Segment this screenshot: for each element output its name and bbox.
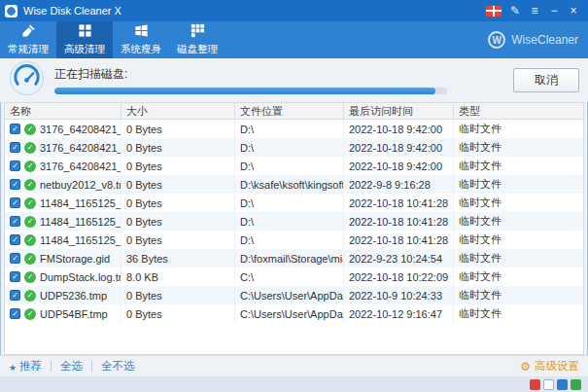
- advanced-settings-button[interactable]: 高级设置: [520, 359, 579, 374]
- name-cell: 3176_64208421_MVM_4.t...: [5, 138, 121, 157]
- row-checkbox[interactable]: [10, 124, 20, 134]
- file-type: 临时文件: [454, 286, 583, 304]
- recommend-icon: [9, 361, 17, 373]
- file-size: 36 Bytes: [121, 249, 235, 267]
- menu-icon[interactable]: ≡: [525, 0, 544, 21]
- row-checkbox[interactable]: [10, 271, 20, 282]
- status-check-icon: [24, 253, 36, 265]
- gear-icon: [520, 360, 531, 374]
- file-size: 0 Bytes: [121, 138, 235, 157]
- table-row[interactable]: UDP5236.tmp 0 Bytes C:\Users\User\AppDat…: [5, 286, 583, 304]
- scan-panel: 正在扫描磁盘: 取消: [0, 58, 588, 102]
- row-checkbox[interactable]: [10, 160, 20, 171]
- row-checkbox[interactable]: [10, 308, 20, 319]
- column-header-location[interactable]: 文件位置: [235, 103, 344, 119]
- name-cell: 11484_1165125_MVM_4.t...: [5, 212, 121, 231]
- titlebar: Wise Disk Cleaner X ✎ ≡ − ×: [0, 0, 588, 21]
- file-size: 0 Bytes: [121, 120, 235, 138]
- file-name: 3176_64208421_MVM_3.t...: [40, 124, 121, 135]
- table-row[interactable]: 3176_64208421_MVM_6.t... 0 Bytes D:\ 202…: [5, 157, 583, 175]
- table-body: 3176_64208421_MVM_3.t... 0 Bytes D:\ 202…: [5, 120, 583, 354]
- file-location: C:\: [235, 267, 344, 286]
- scan-progress-bar: [54, 88, 447, 94]
- file-location: D:\ksafe\ksoft\kingsoft antivirus...: [235, 175, 344, 194]
- file-type: 临时文件: [454, 212, 583, 231]
- minimize-button[interactable]: −: [544, 0, 564, 21]
- name-cell: 11484_1165125_MVM_3.t...: [5, 194, 121, 212]
- sogou-icon[interactable]: [530, 379, 540, 390]
- row-checkbox[interactable]: [10, 216, 20, 227]
- file-size: 0 Bytes: [121, 286, 235, 304]
- table-row[interactable]: 11484_1165125_MVM_4.t... 0 Bytes D:\ 202…: [5, 212, 583, 231]
- tab-system-slimming[interactable]: 系统瘦身: [113, 21, 169, 58]
- file-name: UDP54BF.tmp: [40, 308, 108, 320]
- file-access-time: 2022-10-12 9:16:47: [344, 304, 454, 323]
- column-header-size[interactable]: 大小: [121, 103, 235, 119]
- file-name: 11484_1165125_MVM_4.t...: [40, 216, 121, 228]
- gift-promo-icon[interactable]: [486, 6, 502, 17]
- name-cell: DumpStack.log.tmp: [5, 267, 121, 286]
- panel-icon[interactable]: [557, 379, 568, 390]
- file-location: D:\: [235, 138, 344, 157]
- tab-disk-defrag[interactable]: 磁盘整理: [169, 21, 225, 58]
- file-type: 临时文件: [454, 304, 583, 323]
- column-header-time[interactable]: 最后访问时间: [344, 103, 454, 119]
- select-all-link[interactable]: 全选: [60, 359, 83, 374]
- file-location: D:\: [235, 231, 344, 249]
- table-row[interactable]: 11484_1165125_MVM_3.t... 0 Bytes D:\ 202…: [5, 194, 583, 212]
- tab-common-cleaner[interactable]: 常规清理: [0, 21, 56, 58]
- cancel-button[interactable]: 取消: [513, 68, 579, 92]
- broom-icon: [21, 23, 36, 40]
- file-size: 0 Bytes: [121, 194, 235, 212]
- advanced-settings-label: 高级设置: [535, 359, 579, 374]
- tab-label: 高级清理: [64, 43, 105, 56]
- file-table: 名称 大小 文件位置 最后访问时间 类型 3176_64208421_MVM_3…: [4, 102, 584, 355]
- table-row[interactable]: UDP54BF.tmp 0 Bytes C:\Users\User\AppDat…: [5, 304, 583, 323]
- status-check-icon: [24, 234, 36, 246]
- file-name: FMStorage.gid: [40, 253, 110, 265]
- row-checkbox[interactable]: [10, 142, 20, 153]
- file-location: D:\: [235, 157, 344, 175]
- row-checkbox[interactable]: [10, 290, 20, 301]
- keyboard-icon[interactable]: [543, 379, 554, 390]
- file-size: 0 Bytes: [121, 212, 235, 231]
- file-access-time: 2022-9-8 9:16:28: [344, 175, 454, 194]
- status-check-icon: [24, 124, 36, 135]
- edit-icon[interactable]: ✎: [505, 0, 525, 21]
- file-location: D:\: [235, 212, 344, 231]
- recommend-link[interactable]: 推荐: [9, 359, 42, 374]
- file-access-time: 2022-10-18 10:22:09: [344, 267, 454, 286]
- tab-label: 磁盘整理: [177, 43, 218, 56]
- file-name: 3176_64208421_MVM_6.t...: [40, 160, 121, 172]
- file-location: D:\: [235, 194, 344, 212]
- tab-advanced-cleaner[interactable]: 高级清理: [56, 21, 113, 58]
- table-row[interactable]: 3176_64208421_MVM_4.t... 0 Bytes D:\ 202…: [5, 138, 583, 157]
- app-window: Wise Disk Cleaner X ✎ ≡ − × 常规清理: [0, 0, 588, 392]
- row-checkbox[interactable]: [10, 179, 20, 190]
- file-name: 11484_1165125_MVM_3.t...: [40, 197, 121, 209]
- table-header: 名称 大小 文件位置 最后访问时间 类型: [5, 103, 583, 120]
- column-header-type[interactable]: 类型: [454, 103, 583, 119]
- status-icon[interactable]: [571, 379, 581, 390]
- row-checkbox[interactable]: [10, 234, 20, 245]
- column-header-name[interactable]: 名称: [5, 103, 121, 119]
- file-access-time: 2022-10-18 10:41:28: [344, 212, 454, 231]
- table-row[interactable]: netbuy2012_v8.tmp 0 Bytes D:\ksafe\ksoft…: [5, 175, 583, 194]
- file-location: D:\: [235, 120, 344, 138]
- file-type: 临时文件: [454, 267, 583, 286]
- file-access-time: 2022-10-9 10:24:33: [344, 286, 454, 304]
- name-cell: 3176_64208421_MVM_3.t...: [5, 120, 121, 138]
- select-none-link[interactable]: 全不选: [101, 359, 135, 374]
- file-type: 临时文件: [454, 120, 583, 138]
- table-row[interactable]: FMStorage.gid 36 Bytes D:\foxmail\Storag…: [5, 249, 583, 267]
- status-check-icon: [24, 290, 36, 302]
- scan-status-label: 正在扫描磁盘:: [54, 66, 447, 83]
- row-checkbox[interactable]: [10, 253, 20, 264]
- table-row[interactable]: 11484_1165125_MVM_6.t... 0 Bytes D:\ 202…: [5, 231, 583, 249]
- table-row[interactable]: 3176_64208421_MVM_3.t... 0 Bytes D:\ 202…: [5, 120, 583, 138]
- row-checkbox[interactable]: [10, 197, 20, 208]
- close-button[interactable]: ×: [564, 0, 583, 21]
- name-cell: FMStorage.gid: [5, 249, 121, 267]
- table-row[interactable]: DumpStack.log.tmp 8.0 KB C:\ 2022-10-18 …: [5, 267, 583, 286]
- defrag-icon: [190, 23, 205, 40]
